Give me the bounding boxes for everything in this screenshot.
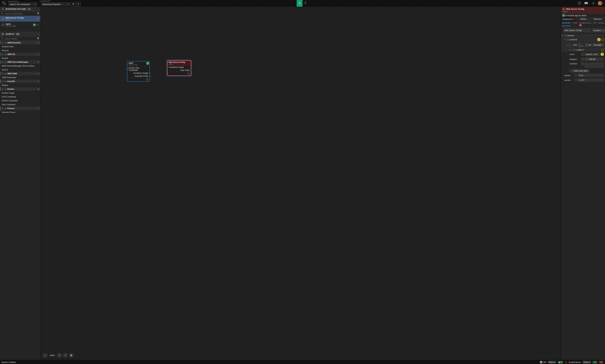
svg-point-15 [2,18,4,20]
subtab-attributes[interactable]: Attributes [562,22,571,26]
asset-group[interactable]: ▾☁AWS SSM1 [0,72,40,76]
asset-item[interactable]: Docker Image [0,91,40,95]
node-port-in[interactable]: Container Image [167,66,191,69]
settings-icon[interactable] [591,1,596,6]
outline-search-input[interactable] [4,12,36,15]
zoom-help-button[interactable]: ? [63,353,68,358]
tab-actions[interactable]: Actions [576,17,591,21]
field-enabled-input[interactable]: FALSE [585,58,604,61]
svg-text:?: ? [579,2,580,4]
asset-item[interactable]: Generic Frame [0,110,40,114]
inspector-meta: + 9 minutes ago by adam [561,14,605,17]
node-port-in[interactable]: Docker Hub Credential [127,66,150,72]
text-cursor-icon[interactable]: I [601,49,604,51]
text-cursor-icon[interactable]: I [581,63,584,65]
asset-item[interactable]: Bucket [0,56,40,60]
node-web-server-config[interactable]: Web Server ConfigButane Container Image … [167,60,191,76]
node-subtitle: Docker Image [128,64,138,66]
text-cursor-icon[interactable]: I [574,74,577,77]
plus-icon: + [33,24,36,26]
field-contents-input[interactable] [585,63,604,68]
svg-point-4 [73,3,74,4]
text-cursor-icon[interactable]: I [586,44,588,46]
outline-item[interactable]: nginxDocker Image+✔ [0,22,40,28]
app-logo[interactable] [1,1,6,6]
zoom-out-button[interactable]: − [43,353,47,358]
canvas[interactable]: + nginxDocker Image Docker Hub Credentia… [41,7,561,360]
subtab-qualifications[interactable]: Qualifications 1 [579,22,591,26]
subtab-code[interactable]: Code [572,22,577,26]
field-version-input[interactable]: 1.4.0 [578,78,604,82]
asset-item[interactable]: Hosted Zone [0,45,40,49]
inspector-subtitle: Butane [563,11,604,13]
node-subtitle: Butane [169,63,185,65]
zoom-level: 100% [49,354,56,356]
asset-group[interactable]: ▾☁Frames1 [0,106,40,110]
text-cursor-icon[interactable]: I [601,38,604,41]
subtab-debug[interactable]: Debug [598,22,604,26]
model-tab[interactable] [297,0,302,7]
outline-item[interactable]: Web Server ConfigButane [0,16,40,22]
merge-button[interactable] [71,2,75,6]
asset-group[interactable]: ▾☁CoreOS1 [0,79,40,83]
asset-item[interactable]: AWS SecretsManager Secret String [0,64,40,68]
more-icon[interactable]: ⋮ [602,8,604,10]
chevron-right-icon: › [39,3,40,5]
changeset-select[interactable]: Exploring Properties ▾ [41,2,70,6]
help-button[interactable]: ? [577,1,582,6]
text-cursor-icon[interactable]: I [581,53,584,55]
zoom-in-button[interactable]: + [57,353,62,358]
lab-tab[interactable] [302,0,308,5]
delete-changeset-button[interactable] [76,2,81,6]
diff-toggle[interactable]: Diff [540,361,546,364]
qual-total-badge: Total: 2 [582,361,591,364]
text-cursor-icon[interactable]: I [574,79,577,81]
asset-item[interactable]: SSM Parameter [0,76,40,79]
text-cursor-icon[interactable]: I [581,58,584,61]
asset-group[interactable]: ▾☁Docker4 [0,87,40,91]
node-nginx[interactable]: + nginxDocker Image Docker Hub Credentia… [127,61,150,82]
attr-units[interactable]: ▾[ ]units (1 item) I set: manually▾ [561,42,605,48]
delete-icon[interactable]: 🗑 [583,49,585,51]
attr-domain[interactable]: ▾domain [561,34,605,37]
tab-component[interactable]: Component [561,17,576,21]
asset-group[interactable]: ▾☁AWS Route532 [0,41,40,45]
asset-item[interactable]: Secret [0,68,40,72]
asset-item[interactable]: Record [0,49,40,52]
attr-systemd[interactable]: ▾systemd 1 I [561,37,605,42]
asset-item[interactable]: GHCR Credential [0,99,40,103]
error-hex-icon [36,17,39,20]
tab-resource[interactable]: Resource [591,17,605,21]
user-menu[interactable]: ▾ [598,1,604,5]
asset-item[interactable]: ECR Credential [0,95,40,99]
node-title: Web Server Config [169,61,185,63]
node-port-out[interactable]: User Data [167,69,191,72]
filter-icon[interactable] [37,38,39,40]
asset-group[interactable]: ▾☁AWS S31 [0,52,40,56]
asset-item[interactable]: Butane [0,83,40,87]
component-type-select[interactable]: Compon...▾ [592,28,605,32]
asset-item[interactable]: Hub Credential [0,103,40,106]
filter-icon[interactable] [37,13,39,15]
add-array-item-button[interactable]: + Add array item [571,69,589,72]
asset-group[interactable]: ▾☁AWS SecretsManager2 [0,60,40,64]
subtab-diff[interactable]: Diff [593,22,596,26]
field-variant-input[interactable]: fcos [578,74,604,77]
qualifications-label[interactable]: Qualifications [569,361,581,363]
svg-rect-28 [574,49,575,51]
help-icon[interactable]: ? [38,33,39,35]
zoom-fit-button[interactable] [69,353,74,358]
assets-search-input[interactable] [4,37,36,40]
workspace-select[interactable]: adam's dev workspace ▾ [8,2,38,6]
field-name-input[interactable]: manual-unit [585,53,600,56]
discord-icon[interactable] [584,1,589,6]
set-mode-select[interactable]: manually▾ [592,43,604,46]
field-variant: variant I fcos [561,73,605,78]
svg-point-22 [71,355,72,356]
node-port-out[interactable]: Container Image [127,72,150,75]
attr-unit-0[interactable]: ↳▾unit[0] 🗑 I [561,48,605,52]
callout-2: 2 [601,52,604,56]
component-name-input[interactable] [564,28,591,32]
checkbox[interactable] [586,58,588,60]
node-port-out[interactable]: Exposed Ports [127,75,150,78]
